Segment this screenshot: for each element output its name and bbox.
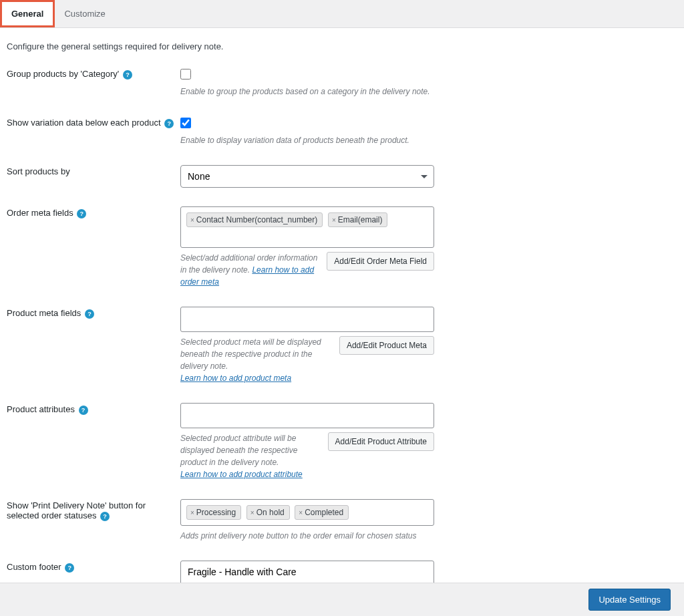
- label-product-attr: Product attributes ?: [7, 403, 180, 415]
- update-settings-button[interactable]: Update Settings: [588, 589, 671, 611]
- order-meta-tagbox[interactable]: ×Contact Number(contact_number) ×Email(e…: [180, 206, 434, 248]
- help-icon[interactable]: ?: [65, 563, 74, 573]
- tag-email[interactable]: ×Email(email): [328, 212, 388, 227]
- row-product-attr: Product attributes ? Selected product at…: [7, 403, 677, 480]
- tab-general[interactable]: General: [0, 0, 55, 27]
- help-icon[interactable]: ?: [77, 209, 86, 218]
- label-group-products: Group products by 'Category' ?: [7, 67, 180, 80]
- row-sort-by: Sort products by None: [7, 165, 677, 188]
- tag-contact-number[interactable]: ×Contact Number(contact_number): [186, 212, 323, 227]
- label-sort-by: Sort products by: [7, 165, 180, 176]
- row-variation-data: Show variation data below each product ?…: [7, 116, 677, 146]
- help-icon[interactable]: ?: [100, 512, 110, 521]
- tag-label: Completed: [305, 508, 343, 517]
- label-product-attr-text: Product attributes: [7, 404, 75, 414]
- tag-on-hold[interactable]: ×On hold: [246, 505, 290, 520]
- desc-variation-data: Enable to display variation data of prod…: [180, 134, 461, 146]
- desc-statuses: Adds print delivery note button to the o…: [180, 530, 434, 542]
- desc-product-attr: Selected product attribute will be displ…: [180, 432, 320, 480]
- remove-tag-icon[interactable]: ×: [190, 216, 194, 224]
- help-icon[interactable]: ?: [85, 309, 94, 319]
- tab-customize[interactable]: Customize: [55, 0, 114, 27]
- label-statuses-text: Show 'Print Delivery Note' button for se…: [7, 500, 146, 520]
- label-statuses: Show 'Print Delivery Note' button for se…: [7, 499, 180, 521]
- label-variation-data-text: Show variation data below each product: [7, 118, 161, 128]
- row-group-products: Group products by 'Category' ? Enable to…: [7, 67, 677, 98]
- footer-bar: Update Settings: [0, 583, 684, 616]
- tag-label: On hold: [256, 508, 285, 517]
- statuses-tagbox[interactable]: ×Processing ×On hold ×Completed: [180, 499, 434, 526]
- tab-bar: General Customize: [0, 0, 684, 28]
- label-product-meta: Product meta fields ?: [7, 307, 180, 319]
- link-product-attr-learn[interactable]: Learn how to add product attribute: [180, 470, 303, 479]
- link-product-meta-learn[interactable]: Learn how to add product meta: [180, 373, 291, 383]
- tag-completed[interactable]: ×Completed: [295, 505, 349, 520]
- add-product-meta-button[interactable]: Add/Edit Product Meta: [339, 336, 434, 355]
- desc-product-meta: Selected product meta will be displayed …: [180, 336, 331, 384]
- remove-tag-icon[interactable]: ×: [299, 509, 303, 516]
- intro-text: Configure the general settings required …: [7, 41, 677, 51]
- product-attr-tagbox[interactable]: [180, 403, 434, 428]
- label-custom-footer: Custom footer ?: [7, 561, 180, 573]
- checkbox-group-products[interactable]: [180, 69, 191, 80]
- desc-group-products: Enable to group the products based on a …: [180, 86, 461, 98]
- label-variation-data: Show variation data below each product ?: [7, 116, 180, 128]
- label-order-meta-text: Order meta fields: [7, 208, 73, 218]
- tag-label: Email(email): [338, 215, 383, 224]
- remove-tag-icon[interactable]: ×: [332, 216, 336, 224]
- row-order-meta: Order meta fields ? ×Contact Number(cont…: [7, 206, 677, 288]
- help-icon[interactable]: ?: [79, 406, 88, 415]
- label-order-meta: Order meta fields ?: [7, 206, 180, 218]
- help-icon[interactable]: ?: [123, 70, 132, 80]
- label-product-meta-text: Product meta fields: [7, 308, 81, 318]
- settings-content: Configure the general settings required …: [0, 28, 684, 616]
- label-group-products-text: Group products by 'Category': [7, 69, 119, 79]
- select-sort-by[interactable]: None: [180, 165, 434, 188]
- row-statuses: Show 'Print Delivery Note' button for se…: [7, 499, 677, 542]
- add-product-attr-button[interactable]: Add/Edit Product Attribute: [328, 432, 434, 451]
- remove-tag-icon[interactable]: ×: [250, 509, 254, 516]
- help-icon[interactable]: ?: [164, 119, 174, 128]
- remove-tag-icon[interactable]: ×: [190, 509, 194, 516]
- desc-order-meta: Select/add additional order information …: [180, 252, 319, 288]
- checkbox-variation-data[interactable]: [180, 118, 191, 128]
- add-order-meta-button[interactable]: Add/Edit Order Meta Field: [327, 252, 434, 271]
- row-product-meta: Product meta fields ? Selected product m…: [7, 307, 677, 384]
- tag-label: Contact Number(contact_number): [196, 215, 317, 224]
- tag-processing[interactable]: ×Processing: [186, 505, 241, 520]
- product-meta-tagbox[interactable]: [180, 307, 434, 332]
- tag-label: Processing: [196, 508, 236, 517]
- label-custom-footer-text: Custom footer: [7, 562, 61, 572]
